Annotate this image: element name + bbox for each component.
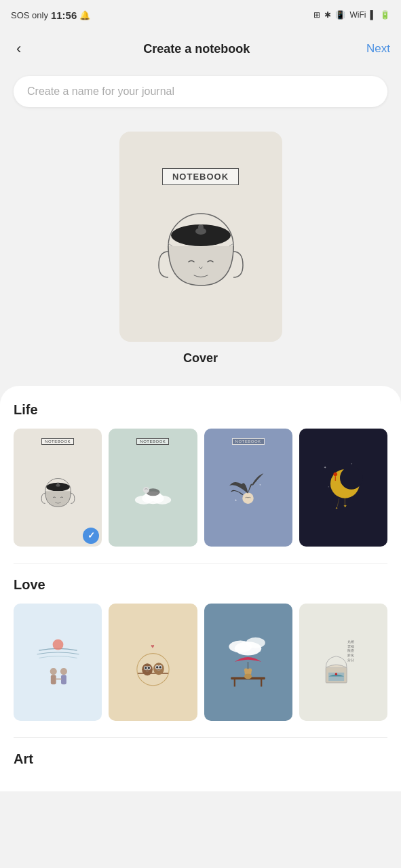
life-cover-grid: NOTEBOOK ✓ NOTEBOOK [14, 429, 387, 547]
cup-face-illustration [153, 197, 248, 306]
svg-point-40 [142, 664, 153, 676]
section-title-art: Art [14, 751, 387, 767]
thumb-wind-illustration: ✦ ✦ [229, 470, 267, 514]
thumb-moon-illustration: ✦ ✦ ✦ ✦ ★ ✦ [318, 457, 368, 518]
svg-point-49 [159, 667, 161, 669]
cover-preview-area: NOTEBOOK [0, 118, 401, 386]
svg-text:散恩: 散恩 [348, 649, 355, 653]
svg-text:於化: 於化 [348, 654, 355, 658]
cover-thumb-life-1[interactable]: NOTEBOOK ✓ [14, 429, 102, 547]
cover-thumb-life-3[interactable]: NOTEBOOK ✦ ✦ [204, 429, 292, 547]
cover-thumb-love-3[interactable] [204, 604, 292, 722]
svg-text:✦: ✦ [336, 506, 339, 509]
cover-thumb-love-2[interactable]: ♥ [109, 604, 197, 722]
svg-text:✦: ✦ [328, 486, 330, 488]
thumb-owls-illustration: ♥ [128, 631, 178, 692]
bottom-panel: Life NOTEBOOK ✓ [0, 386, 401, 791]
thumb-sleep-illustration [134, 469, 172, 513]
svg-point-48 [156, 667, 158, 669]
svg-text:允相: 允相 [348, 639, 355, 644]
svg-text:✦: ✦ [259, 484, 261, 487]
section-divider-art [14, 737, 387, 738]
svg-text:雲福: 雲福 [348, 644, 355, 648]
vibrate-icon: 📳 [335, 10, 345, 20]
status-right: ⊞ ✱ 📳 WiFi ▌ 🔋 [313, 10, 390, 20]
svg-point-37 [137, 654, 169, 686]
status-time: 11:56 [51, 9, 77, 21]
wifi-icon: WiFi [349, 10, 366, 20]
svg-point-15 [143, 487, 149, 493]
mini-notebook-label-3: NOTEBOOK [232, 438, 265, 445]
svg-point-31 [52, 639, 63, 650]
svg-point-53 [235, 642, 261, 656]
section-title-life: Life [14, 402, 387, 418]
selected-cover-preview: NOTEBOOK [119, 132, 282, 342]
svg-point-3 [198, 224, 204, 230]
svg-text:✦: ✦ [235, 500, 237, 502]
signal-icon: ▌ [370, 10, 376, 20]
svg-line-4 [168, 243, 172, 246]
svg-line-5 [229, 243, 233, 246]
back-button[interactable]: ‹ [11, 37, 26, 60]
section-divider-love [14, 563, 387, 564]
page-title: Create a notebook [143, 42, 250, 56]
nfc-icon: ⊞ [313, 10, 320, 20]
svg-point-44 [148, 667, 150, 669]
svg-text:✦: ✦ [324, 466, 327, 469]
svg-point-9 [57, 483, 59, 485]
svg-point-16 [242, 493, 254, 505]
svg-point-34 [60, 668, 67, 675]
svg-point-32 [50, 668, 56, 675]
svg-line-29 [337, 498, 339, 507]
svg-point-59 [244, 669, 248, 673]
thumb-cup-illustration [39, 471, 77, 515]
svg-point-24 [340, 467, 363, 490]
bell-icon: 🔔 [79, 10, 90, 20]
svg-point-43 [145, 667, 147, 669]
mini-notebook-label-2: NOTEBOOK [136, 438, 169, 445]
cover-thumb-love-4[interactable]: 允相 雲福 散恩 於化 分分 [299, 604, 387, 722]
nav-header: ‹ Create a notebook Next [0, 30, 401, 68]
svg-point-61 [244, 674, 252, 679]
notebook-label: NOTEBOOK [162, 168, 239, 185]
svg-text:♥: ♥ [151, 644, 154, 650]
svg-rect-33 [50, 675, 56, 685]
svg-text:✦: ✦ [351, 462, 353, 465]
svg-point-45 [153, 663, 164, 675]
cover-thumb-life-4[interactable]: ✦ ✦ ✦ ✦ ★ ✦ [299, 429, 387, 547]
svg-point-69 [335, 673, 337, 675]
thumb-box-illustration: 允相 雲福 散恩 於化 分分 [318, 631, 368, 692]
cover-thumb-love-1[interactable] [14, 604, 102, 722]
svg-text:分分: 分分 [348, 658, 355, 662]
next-button[interactable]: Next [366, 42, 390, 56]
sos-text: SOS only [11, 10, 48, 20]
thumb-umbrella-illustration [223, 631, 273, 692]
svg-point-25 [334, 472, 338, 476]
section-title-love: Love [14, 577, 387, 593]
name-input-container [0, 68, 401, 118]
love-cover-grid: ♥ [14, 604, 387, 722]
bluetooth-icon: ✱ [324, 10, 331, 20]
svg-text:★: ★ [343, 504, 347, 508]
cover-label: Cover [183, 351, 218, 366]
status-left: SOS only 11:56 🔔 [11, 9, 90, 21]
journal-name-input[interactable] [14, 76, 387, 107]
thumb-couple-illustration [33, 631, 83, 692]
mini-notebook-label: NOTEBOOK [41, 438, 74, 445]
selected-check: ✓ [83, 528, 99, 544]
svg-point-60 [248, 669, 252, 673]
svg-rect-35 [61, 675, 66, 685]
battery-icon: 🔋 [380, 10, 390, 20]
status-bar: SOS only 11:56 🔔 ⊞ ✱ 📳 WiFi ▌ 🔋 [0, 0, 401, 30]
cover-thumb-life-2[interactable]: NOTEBOOK [109, 429, 197, 547]
